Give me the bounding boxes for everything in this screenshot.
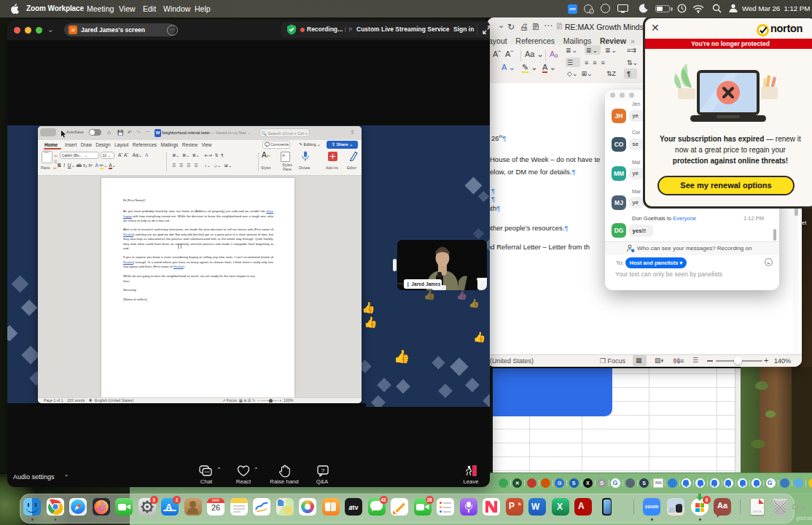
svg-text:?: ? — [321, 467, 325, 474]
